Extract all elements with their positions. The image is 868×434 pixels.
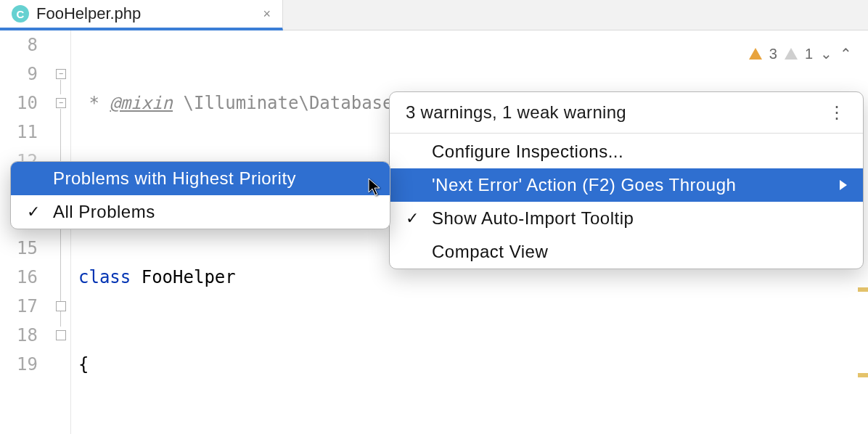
chevron-down-icon[interactable]: ⌄	[820, 39, 832, 68]
fold-toggle-icon[interactable]	[56, 98, 66, 108]
class-file-icon: C	[12, 5, 29, 22]
menu-item-next-error-action[interactable]: 'Next Error' Action (F2) Goes Through	[390, 168, 863, 202]
fold-gutter	[52, 30, 71, 434]
warning-count: 3	[769, 39, 777, 68]
weak-warning-triangle-icon	[785, 48, 798, 60]
stripe-mark-warning[interactable]	[858, 373, 868, 377]
fold-end-icon	[56, 330, 66, 340]
problems-summary-text: 3 warnings, 1 weak warning	[406, 102, 626, 123]
more-options-icon[interactable]: ⋮	[828, 110, 847, 115]
menu-item-show-auto-import[interactable]: ✓ Show Auto-Import Tooltip	[390, 202, 863, 235]
checkmark-icon: ✓	[27, 202, 41, 221]
line-number: 19	[0, 350, 38, 379]
next-error-submenu: Problems with Highest Priority ✓ All Pro…	[10, 161, 390, 229]
submenu-item-all-problems[interactable]: ✓ All Problems	[11, 195, 390, 229]
problems-popup: 3 warnings, 1 weak warning ⋮ Configure I…	[389, 91, 864, 269]
weak-warning-count: 1	[805, 39, 813, 68]
menu-item-label: Configure Inspections...	[432, 142, 623, 162]
menu-item-label: Show Auto-Import Tooltip	[432, 208, 634, 229]
fold-toggle-icon[interactable]	[56, 69, 66, 79]
line-number: 16	[0, 263, 38, 292]
menu-item-configure-inspections[interactable]: Configure Inspections...	[390, 135, 863, 168]
submenu-item-highest-priority[interactable]: Problems with Highest Priority	[11, 162, 390, 195]
line-number-gutter: 8 9 10 11 12 13 14 15 16 17 18 19	[0, 30, 52, 434]
tabbar-space	[283, 0, 868, 30]
fold-end-icon	[56, 301, 66, 311]
menu-item-label: Compact View	[432, 242, 548, 262]
fold-line	[60, 80, 61, 94]
tab-filename: FooHelper.php	[36, 4, 141, 23]
stripe-mark-warning[interactable]	[858, 287, 868, 292]
menu-item-compact-view[interactable]: Compact View	[390, 235, 863, 269]
editor-tabbar: C FooHelper.php ×	[0, 0, 868, 30]
editor-tab-active[interactable]: C FooHelper.php ×	[0, 0, 283, 30]
menu-item-label: 'Next Error' Action (F2) Goes Through	[432, 175, 736, 195]
line-number: 8	[0, 30, 38, 60]
menu-item-label: Problems with Highest Priority	[53, 168, 296, 189]
close-tab-icon[interactable]: ×	[263, 7, 271, 22]
warning-triangle-icon	[749, 48, 762, 60]
inspections-widget[interactable]: 3 1 ⌄ ⌃	[749, 39, 852, 68]
line-number: 9	[0, 60, 38, 89]
submenu-arrow-icon	[840, 180, 847, 190]
code-line: {	[71, 350, 868, 379]
divider	[390, 133, 863, 134]
line-number: 17	[0, 292, 38, 321]
problems-popup-header: 3 warnings, 1 weak warning ⋮	[390, 92, 863, 131]
menu-item-label: All Problems	[53, 202, 155, 222]
checkmark-icon: ✓	[406, 209, 419, 228]
line-number: 15	[0, 234, 38, 263]
line-number: 18	[0, 321, 38, 350]
line-number: 11	[0, 118, 38, 147]
line-number: 10	[0, 89, 38, 118]
chevron-up-icon[interactable]: ⌃	[840, 39, 852, 68]
